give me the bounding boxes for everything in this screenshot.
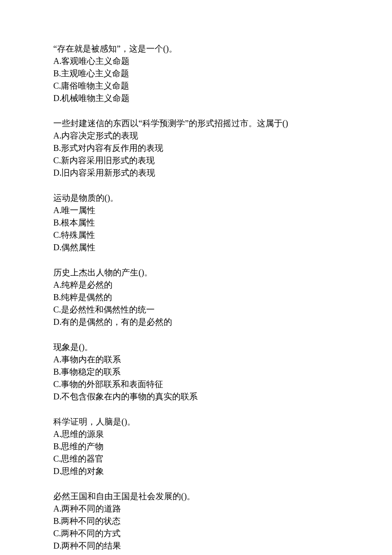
answer-option: C.思维的器官 — [53, 453, 392, 465]
answer-option: B.纯粹是偶然的 — [53, 291, 392, 304]
question-stem: “存在就是被感知”，这是一个()。 — [53, 43, 392, 55]
answer-option: B.两种不同的状态 — [53, 515, 392, 527]
question-block: 一些封建迷信的东西以“科学预测学”的形式招摇过市。这属于()A.内容决定形式的表… — [53, 117, 392, 179]
answer-option: A.唯一属性 — [53, 204, 392, 217]
question-block: “存在就是被感知”，这是一个()。A.客观唯心主义命题B.主观唯心主义命题C.庸… — [53, 43, 392, 104]
question-stem: 科学证明，人脑是()。 — [53, 416, 392, 428]
document-content: “存在就是被感知”，这是一个()。A.客观唯心主义命题B.主观唯心主义命题C.庸… — [53, 43, 392, 555]
answer-option: A.事物内在的联系 — [53, 353, 392, 366]
answer-option: A.思维的源泉 — [53, 428, 392, 440]
answer-option: C.两种不同的方式 — [53, 527, 392, 540]
answer-option: C.是必然性和偶然性的统一 — [53, 304, 392, 316]
answer-option: D.有的是偶然的，有的是必然的 — [53, 316, 392, 328]
question-block: 运动是物质的()。A.唯一属性B.根本属性C.特殊属性D.偶然属性 — [53, 192, 392, 254]
question-stem: 历史上杰出人物的产生()。 — [53, 266, 392, 279]
question-block: 历史上杰出人物的产生()。A.纯粹是必然的B.纯粹是偶然的C.是必然性和偶然性的… — [53, 266, 392, 328]
answer-option: C.庸俗唯物主义命题 — [53, 80, 392, 92]
answer-option: D.思维的对象 — [53, 465, 392, 477]
answer-option: D.机械唯物主义命题 — [53, 92, 392, 104]
answer-option: A.内容决定形式的表现 — [53, 130, 392, 142]
answer-option: B.主观唯心主义命题 — [53, 67, 392, 80]
answer-option: D.不包含假象在内的事物的真实的联系 — [53, 390, 392, 403]
answer-option: A.客观唯心主义命题 — [53, 55, 392, 67]
question-stem: 必然王国和自由王国是社会发展的()。 — [53, 490, 392, 503]
question-stem: 一些封建迷信的东西以“科学预测学”的形式招摇过市。这属于() — [53, 117, 392, 130]
answer-option: B.形式对内容有反作用的表现 — [53, 142, 392, 154]
answer-option: C.新内容采用旧形式的表现 — [53, 154, 392, 167]
answer-option: C.事物的外部联系和表面特征 — [53, 378, 392, 390]
question-stem: 运动是物质的()。 — [53, 192, 392, 204]
answer-option: D.偶然属性 — [53, 241, 392, 254]
answer-option: B.事物稳定的联系 — [53, 366, 392, 378]
answer-option: C.特殊属性 — [53, 229, 392, 241]
question-block: 现象是()。A.事物内在的联系B.事物稳定的联系C.事物的外部联系和表面特征D.… — [53, 341, 392, 403]
question-block: 必然王国和自由王国是社会发展的()。A.两种不同的道路B.两种不同的状态C.两种… — [53, 490, 392, 552]
question-stem: 现象是()。 — [53, 341, 392, 353]
answer-option: A.两种不同的道路 — [53, 503, 392, 515]
answer-option: B.思维的产物 — [53, 440, 392, 453]
question-block: 科学证明，人脑是()。A.思维的源泉B.思维的产物C.思维的器官D.思维的对象 — [53, 416, 392, 477]
answer-option: B.根本属性 — [53, 217, 392, 229]
answer-option: D.两种不同的结果 — [53, 540, 392, 552]
answer-option: A.纯粹是必然的 — [53, 279, 392, 291]
answer-option: D.旧内容采用新形式的表现 — [53, 167, 392, 179]
